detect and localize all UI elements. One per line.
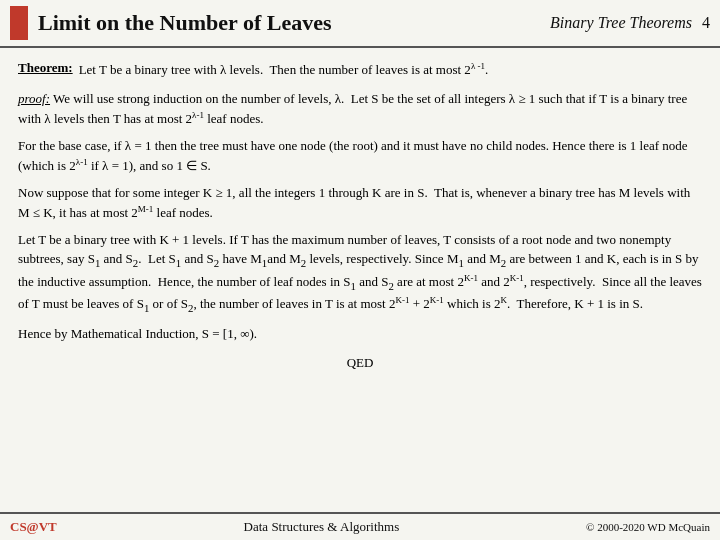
paragraph-2: Now suppose that for some integer K ≥ 1,… — [18, 184, 702, 223]
footer-left: CS@VT — [10, 519, 57, 535]
header-accent — [10, 6, 28, 40]
qed-text: QED — [347, 355, 374, 370]
proof-block: proof: We will use strong induction on t… — [18, 90, 702, 129]
theorem-text-main: Let T be a binary tree with λ levels. Th… — [79, 62, 489, 77]
theorem-label: Theorem: — [18, 60, 73, 80]
footer-center: Data Structures & Algorithms — [244, 519, 400, 535]
qed-line: QED — [18, 355, 702, 371]
page: Limit on the Number of Leaves Binary Tre… — [0, 0, 720, 540]
footer-right: © 2000-2020 WD McQuain — [586, 521, 710, 533]
paragraph-3: Let T be a binary tree with K + 1 levels… — [18, 231, 702, 316]
para2-text: Now suppose that for some integer K ≥ 1,… — [18, 185, 690, 220]
paragraph-1: For the base case, if λ = 1 then the tre… — [18, 137, 702, 176]
page-title: Limit on the Number of Leaves — [38, 10, 550, 36]
proof-text: We will use strong induction on the numb… — [18, 91, 687, 126]
main-content: Theorem: Let T be a binary tree with λ l… — [0, 48, 720, 512]
header-right: Binary Tree Theorems 4 — [550, 14, 710, 32]
paragraph-4: Hence by Mathematical Induction, S = [1,… — [18, 325, 702, 344]
footer: CS@VT Data Structures & Algorithms © 200… — [0, 512, 720, 540]
header-page-number: 4 — [702, 14, 710, 32]
proof-label: proof: — [18, 91, 50, 106]
header: Limit on the Number of Leaves Binary Tre… — [0, 0, 720, 48]
para3-text: Let T be a binary tree with K + 1 levels… — [18, 232, 702, 311]
para1-text: For the base case, if λ = 1 then the tre… — [18, 138, 688, 173]
theorem-text: Let T be a binary tree with λ levels. Th… — [79, 60, 489, 80]
header-subtitle: Binary Tree Theorems — [550, 14, 692, 32]
para4-text: Hence by Mathematical Induction, S = [1,… — [18, 326, 257, 341]
theorem-block: Theorem: Let T be a binary tree with λ l… — [18, 60, 702, 80]
